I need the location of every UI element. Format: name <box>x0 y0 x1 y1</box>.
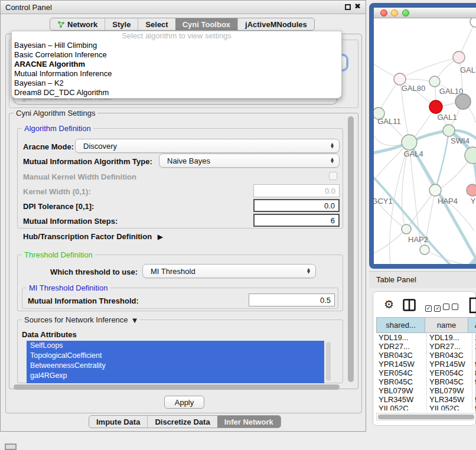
network-canvas[interactable]: GAL7GAL80GAL10GAL1GAL11SWI4GAL4GCY1HAP4Y… <box>374 18 476 264</box>
table-column-header[interactable]: A <box>468 318 476 332</box>
combo-arrows-icon: ▲▼ <box>307 268 315 274</box>
table-row[interactable]: YBR043CYBR043C <box>376 351 476 360</box>
show-columns-icon[interactable]: ✓ ✓ <box>425 302 441 312</box>
graph-node[interactable] <box>470 18 476 27</box>
manual-kernel-checkbox[interactable] <box>329 172 337 180</box>
table-column-header[interactable]: name <box>425 318 468 332</box>
table-row[interactable]: YIL052CYIL052C9. <box>376 404 476 410</box>
table-row[interactable]: YBR045CYBR045C9. <box>376 377 476 386</box>
tab-discretize-data[interactable]: Discretize Data <box>147 416 217 428</box>
table-row[interactable]: YLR345WYLR345W9. <box>376 395 476 404</box>
tab-label: Impute Data <box>96 418 140 426</box>
table-hscroll-thumb[interactable] <box>378 415 474 419</box>
graph-node-label: GAL11 <box>377 117 401 126</box>
graph-node-swi4[interactable] <box>443 125 455 136</box>
graph-node[interactable] <box>455 94 471 109</box>
mi-threshold-input[interactable]: 0.5 <box>249 294 335 306</box>
network-icon <box>57 21 65 28</box>
graph-node-label: GAL4 <box>403 149 423 158</box>
attribute-item[interactable]: BetweennessCentrality <box>27 361 324 371</box>
split-columns-icon[interactable] <box>403 299 416 311</box>
data-attributes-list[interactable]: SelfLoopsTopologicalCoefficientBetweenne… <box>27 341 324 383</box>
tab-infer-network[interactable]: Infer Network <box>217 416 281 428</box>
float-window-icon[interactable] <box>345 4 351 10</box>
tab-network[interactable]: Network <box>50 18 105 30</box>
table-column-header[interactable]: shared... <box>377 318 425 332</box>
tab-label: Style <box>112 20 131 29</box>
mi-threshold-label: Mutual Information Threshold: <box>28 296 139 305</box>
kernel-width-input[interactable]: 0.0 <box>253 184 340 197</box>
dpi-tolerance-input[interactable]: 0.0 <box>253 199 340 212</box>
table-row[interactable]: YDR27...YDR27...12 <box>376 342 476 351</box>
graph-node-gal80[interactable] <box>394 73 406 85</box>
algorithm-option[interactable]: Mutual Information Inference <box>12 69 341 79</box>
mi-steps-input[interactable]: 6 <box>253 214 340 227</box>
table-row[interactable]: YER054CYER054C8. <box>376 369 476 377</box>
tab-jactivemnodules[interactable]: jActiveMNodules <box>237 18 314 30</box>
control-panel-titlebar: Control Panel ✖ <box>1 1 366 14</box>
gear-icon[interactable]: ⚙ <box>384 298 394 311</box>
table-cell: YBL079W <box>376 386 427 395</box>
algorithm-option[interactable]: Basic Correlation Inference <box>12 50 341 60</box>
apply-button-label: Apply <box>175 398 194 407</box>
algorithm-option[interactable]: Dream8 DC_TDC Algorithm <box>12 88 341 97</box>
graph-node[interactable] <box>465 147 476 164</box>
algorithm-option[interactable]: Bayesian – Hill Climbing <box>12 41 341 50</box>
collapsed-panel-grip[interactable] <box>5 444 17 450</box>
aracne-mode-combo[interactable]: Discovery ▲▼ <box>75 139 340 153</box>
close-icon[interactable]: ✖ <box>354 2 361 11</box>
hub-expander-label: Hub/Transcription Factor Definition <box>23 232 152 241</box>
mac-minimize-light[interactable] <box>391 9 398 17</box>
table-cell: YPR145W <box>427 360 472 369</box>
graph-node-gal10[interactable] <box>429 76 440 87</box>
graph-node-label: GAL7 <box>460 66 476 74</box>
table-row[interactable]: YDL19...YDL19...13 <box>376 333 476 342</box>
graph-node[interactable] <box>420 245 429 255</box>
settings-vertical-scrollbar[interactable] <box>348 116 354 382</box>
mac-close-light[interactable] <box>380 9 387 17</box>
hide-columns-icon[interactable] <box>443 302 458 312</box>
threshold-definition-title: Threshold Definition <box>22 250 95 259</box>
tab-label: jActiveMNodules <box>245 20 307 29</box>
graph-node-hap4[interactable] <box>429 184 441 196</box>
mi-threshold-group-title: MI Threshold Definition <box>27 283 110 292</box>
attribute-item[interactable]: SelfLoops <box>27 341 324 351</box>
export-table-icon[interactable] <box>469 297 476 314</box>
table-row[interactable]: YPR145WYPR145W9. <box>376 360 476 369</box>
sources-title[interactable]: Sources for Network Inference ▼ <box>22 315 139 324</box>
which-threshold-combo[interactable]: MI Threshold ▲▼ <box>142 264 316 278</box>
attribute-item[interactable]: gal4RGexp <box>27 371 324 381</box>
table-hscroll-track <box>376 413 476 420</box>
table-cell: YIL052C <box>427 404 472 410</box>
graph-node-gal7[interactable] <box>453 51 465 63</box>
mi-type-combo[interactable]: Naive Bayes ▲▼ <box>159 154 340 168</box>
graph-node-gal1[interactable] <box>429 100 442 113</box>
tab-label: Network <box>67 20 97 29</box>
screen: Control Panel ✖ Network Style Select Cyn… <box>0 0 476 450</box>
table-cell: YLR345W <box>427 395 472 404</box>
attributes-list-scrollbar[interactable] <box>326 342 331 381</box>
mac-zoom-light[interactable] <box>402 9 409 17</box>
tab-cyni-toolbox[interactable]: Cyni Toolbox <box>175 18 237 30</box>
apply-button[interactable]: Apply <box>164 396 204 409</box>
graph-node-hap2[interactable] <box>402 224 411 234</box>
expander-right-icon: ▶ <box>158 233 163 241</box>
control-panel-window: Control Panel ✖ Network Style Select Cyn… <box>0 0 366 432</box>
table-cell: YLR345W <box>376 395 427 404</box>
graph-node-y[interactable] <box>467 184 476 196</box>
tab-impute-data[interactable]: Impute Data <box>89 416 147 428</box>
network-window-titlebar[interactable] <box>374 8 476 18</box>
settings-horizontal-scrollbar[interactable] <box>14 384 340 390</box>
algorithm-option[interactable]: Bayesian – K2 <box>12 79 341 88</box>
attribute-item[interactable]: TopologicalCoefficient <box>27 351 324 361</box>
tab-select[interactable]: Select <box>138 18 175 30</box>
table-panel-title: Table Panel <box>376 275 416 284</box>
table-cell: YBR045C <box>376 377 427 386</box>
hub-expander[interactable]: Hub/Transcription Factor Definition ▶ <box>23 232 163 241</box>
table-row[interactable]: YBL079WYBL079W <box>376 386 476 395</box>
dropdown-items: Bayesian – Hill ClimbingBasic Correlatio… <box>12 41 341 97</box>
algorithm-option[interactable]: ARACNE Algorithm <box>12 60 341 69</box>
graph-node-gal4[interactable] <box>402 135 417 150</box>
expander-down-icon: ▼ <box>132 317 137 324</box>
tab-style[interactable]: Style <box>105 18 138 30</box>
